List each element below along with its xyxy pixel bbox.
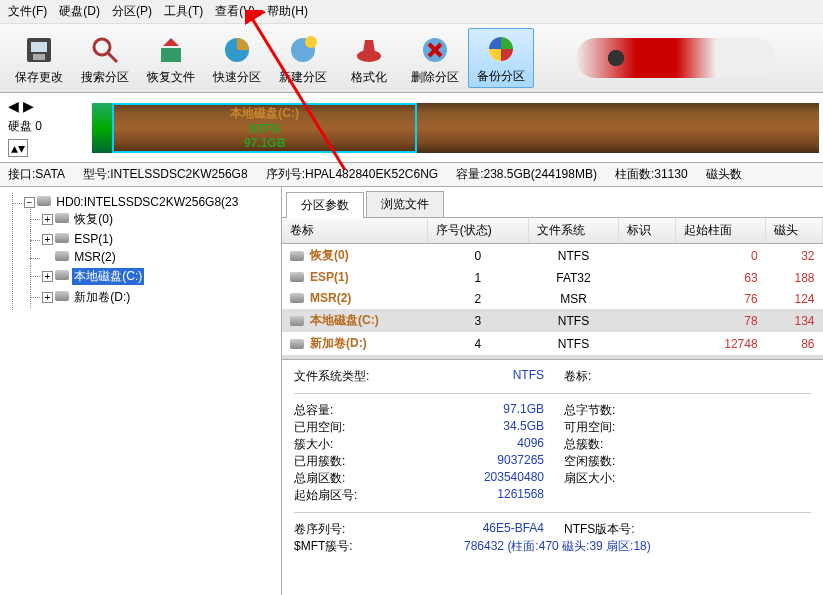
disk-map-row: ◀ ▶ 硬盘 0 ▴▾ 本地磁盘(C:) NTFS 97.1GB	[0, 93, 823, 163]
col-header[interactable]: 序号(状态)	[427, 218, 528, 244]
col-header[interactable]: 标识	[619, 218, 676, 244]
format-button[interactable]: 格式化	[336, 28, 402, 88]
logo-area	[534, 28, 817, 88]
backup-icon	[484, 32, 518, 66]
col-header[interactable]: 起始柱面	[675, 218, 765, 244]
tabs: 分区参数 浏览文件	[282, 187, 823, 218]
volume-icon	[55, 270, 69, 280]
expand-icon[interactable]: +	[42, 234, 53, 245]
menu-help[interactable]: 帮助(H)	[267, 3, 308, 20]
detail-key: 簇大小:	[294, 436, 424, 453]
menubar: 文件(F) 硬盘(D) 分区(P) 工具(T) 查看(V) 帮助(H)	[0, 0, 823, 24]
nav-arrows[interactable]: ◀ ▶	[8, 98, 34, 114]
detail-value: 34.5GB	[424, 419, 544, 436]
expand-icon[interactable]: +	[42, 214, 53, 225]
col-header[interactable]: 磁头	[766, 218, 823, 244]
svg-point-3	[94, 39, 110, 55]
tree-item[interactable]: 本地磁盘(C:)	[72, 268, 144, 285]
ntfsver-label: NTFS版本号:	[544, 521, 664, 538]
seg-recovery[interactable]	[92, 103, 102, 153]
tree-item[interactable]: ESP(1)	[72, 232, 115, 246]
fstype-label: 文件系统类型:	[294, 368, 424, 385]
tree-item[interactable]: 新加卷(D:)	[72, 289, 132, 306]
partition-grid[interactable]: 卷标序号(状态)文件系统标识起始柱面磁头 恢复(0)0NTFS032ESP(1)…	[282, 218, 823, 355]
svg-point-8	[305, 36, 317, 48]
seg-c[interactable]: 本地磁盘(C:) NTFS 97.1GB	[112, 103, 417, 153]
tree-root[interactable]: HD0:INTELSSDSC2KW256G8(23	[54, 195, 240, 209]
volume-icon	[55, 233, 69, 243]
menu-view[interactable]: 查看(V)	[215, 3, 255, 20]
menu-tools[interactable]: 工具(T)	[164, 3, 203, 20]
menu-file[interactable]: 文件(F)	[8, 3, 47, 20]
mft-label: $MFT簇号:	[294, 538, 424, 555]
disk-map[interactable]: 本地磁盘(C:) NTFS 97.1GB	[92, 103, 819, 153]
svg-rect-1	[31, 42, 47, 52]
tree-item[interactable]: MSR(2)	[72, 250, 117, 264]
logo-icon	[576, 38, 776, 78]
detail-key2	[544, 487, 664, 504]
svg-rect-5	[161, 48, 181, 62]
table-row[interactable]: 本地磁盘(C:)3NTFS78134	[282, 309, 823, 332]
disk-spinner[interactable]: ▴▾	[8, 139, 28, 157]
search-button[interactable]: 搜索分区	[72, 28, 138, 88]
tab-browse[interactable]: 浏览文件	[366, 191, 444, 217]
detail-key2: 总字节数:	[544, 402, 664, 419]
seg-esp[interactable]	[102, 103, 112, 153]
detail-key2: 扇区大小:	[544, 470, 664, 487]
detail-value: 4096	[424, 436, 544, 453]
table-row[interactable]: MSR(2)2MSR76124	[282, 288, 823, 309]
volume-icon	[290, 316, 304, 326]
detail-key: 总容量:	[294, 402, 424, 419]
menu-disk[interactable]: 硬盘(D)	[59, 3, 100, 20]
detail-key2: 空闲簇数:	[544, 453, 664, 470]
table-row[interactable]: 新加卷(D:)4NTFS1274886	[282, 332, 823, 355]
pie-icon	[220, 33, 254, 67]
save-button[interactable]: 保存更改	[6, 28, 72, 88]
detail-key: 已用簇数:	[294, 453, 424, 470]
col-header[interactable]: 卷标	[282, 218, 427, 244]
info-cyl: 柱面数:31130	[615, 166, 688, 183]
table-row[interactable]: 恢复(0)0NTFS032	[282, 244, 823, 268]
fstype-value: NTFS	[424, 368, 544, 385]
expand-icon[interactable]: +	[42, 292, 53, 303]
col-header[interactable]: 文件系统	[528, 218, 618, 244]
info-port: 接口:SATA	[8, 166, 65, 183]
volserial-value: 46E5-BFA4	[424, 521, 544, 538]
magnify-icon	[88, 33, 122, 67]
detail-value: 203540480	[424, 470, 544, 487]
detail-value: 1261568	[424, 487, 544, 504]
volume-icon	[290, 251, 304, 261]
info-capacity: 容量:238.5GB(244198MB)	[456, 166, 597, 183]
detail-key2: 可用空间:	[544, 419, 664, 436]
volume-icon	[290, 272, 304, 282]
tab-params[interactable]: 分区参数	[286, 192, 364, 218]
volume-icon	[55, 251, 69, 261]
svg-rect-2	[33, 54, 45, 60]
volserial-label: 卷序列号:	[294, 521, 424, 538]
detail-key: 起始扇区号:	[294, 487, 424, 504]
expand-icon[interactable]: +	[42, 271, 53, 282]
recover-icon	[154, 33, 188, 67]
collapse-icon[interactable]: −	[24, 197, 35, 208]
mft-value: 786432 (柱面:470 磁头:39 扇区:18)	[424, 538, 651, 555]
menu-partition[interactable]: 分区(P)	[112, 3, 152, 20]
partition-tree[interactable]: − HD0:INTELSSDSC2KW256G8(23 + 恢复(0)+ ESP…	[0, 187, 282, 595]
delete-icon	[418, 33, 452, 67]
volume-icon	[290, 293, 304, 303]
recover-button[interactable]: 恢复文件	[138, 28, 204, 88]
new-button[interactable]: 新建分区	[270, 28, 336, 88]
floppy-icon	[22, 33, 56, 67]
table-row[interactable]: ESP(1)1FAT3263188	[282, 267, 823, 288]
quick-button[interactable]: 快速分区	[204, 28, 270, 88]
delete-button[interactable]: 删除分区	[402, 28, 468, 88]
info-serial: 序列号:HPAL482840EK52C6NG	[266, 166, 439, 183]
volume-icon	[55, 213, 69, 223]
backup-button[interactable]: 备份分区	[468, 28, 534, 88]
info-heads: 磁头数	[706, 166, 742, 183]
format-icon	[352, 33, 386, 67]
seg-d[interactable]	[417, 103, 819, 153]
detail-panel: 文件系统类型:NTFS卷标: 总容量:97.1GB总字节数:已用空间:34.5G…	[282, 359, 823, 595]
disk-info-bar: 接口:SATA 型号:INTELSSDSC2KW256G8 序列号:HPAL48…	[0, 163, 823, 187]
tree-item[interactable]: 恢复(0)	[72, 211, 115, 228]
vollabel-label: 卷标:	[544, 368, 664, 385]
